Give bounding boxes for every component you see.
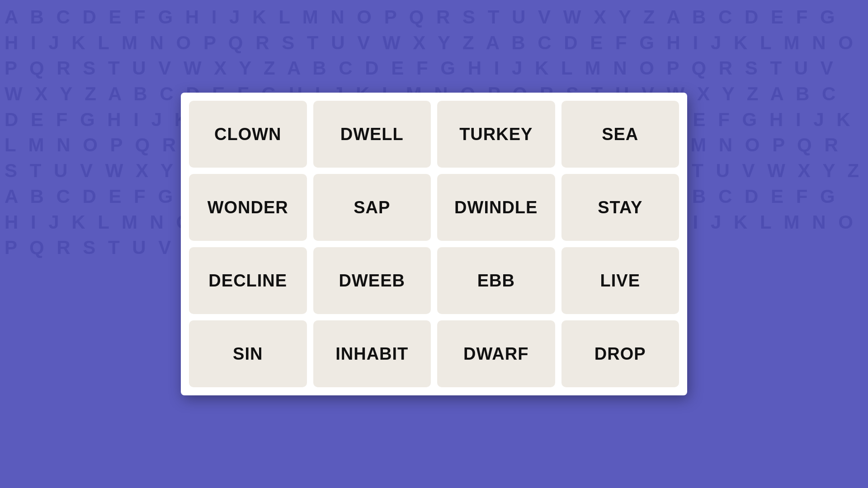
word-card[interactable]: SEA: [561, 101, 679, 168]
word-label: WONDER: [208, 198, 288, 217]
word-card[interactable]: DROP: [561, 320, 679, 387]
word-label: SAP: [354, 198, 390, 217]
word-card[interactable]: WONDER: [189, 174, 307, 241]
word-label: TURKEY: [459, 125, 533, 144]
word-label: SEA: [602, 125, 638, 144]
word-label: CLOWN: [214, 125, 282, 144]
word-label: DWEEB: [339, 271, 405, 291]
word-card[interactable]: SAP: [313, 174, 431, 241]
word-card[interactable]: DECLINE: [189, 247, 307, 314]
word-card[interactable]: DWELL: [313, 101, 431, 168]
word-card[interactable]: SIN: [189, 320, 307, 387]
word-card[interactable]: LIVE: [561, 247, 679, 314]
word-label: INHABIT: [335, 344, 408, 364]
word-label: DWINDLE: [454, 198, 538, 217]
word-card[interactable]: STAY: [561, 174, 679, 241]
word-card[interactable]: DWINDLE: [437, 174, 555, 241]
word-label: LIVE: [600, 271, 640, 291]
word-label: STAY: [598, 198, 642, 217]
word-card[interactable]: EBB: [437, 247, 555, 314]
word-label: DWELL: [340, 125, 404, 144]
word-card[interactable]: INHABIT: [313, 320, 431, 387]
word-card[interactable]: DWEEB: [313, 247, 431, 314]
word-card[interactable]: DWARF: [437, 320, 555, 387]
word-label: DWARF: [463, 344, 528, 364]
word-grid-container: CLOWNDWELLTURKEYSEAWONDERSAPDWINDLESTAYD…: [181, 93, 687, 395]
word-card[interactable]: TURKEY: [437, 101, 555, 168]
word-label: DECLINE: [208, 271, 287, 291]
word-label: EBB: [477, 271, 515, 291]
word-grid: CLOWNDWELLTURKEYSEAWONDERSAPDWINDLESTAYD…: [189, 101, 679, 387]
word-card[interactable]: CLOWN: [189, 101, 307, 168]
word-label: DROP: [594, 344, 646, 364]
word-label: SIN: [233, 344, 263, 364]
